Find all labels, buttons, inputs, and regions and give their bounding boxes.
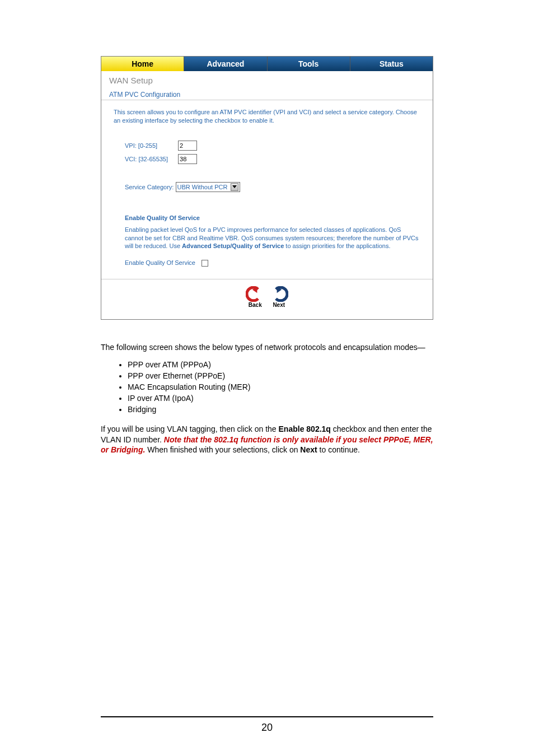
protocol-list: PPP over ATM (PPPoA) PPP over Ethernet (… bbox=[128, 360, 433, 414]
tab-status[interactable]: Status bbox=[350, 57, 433, 71]
page-footer: 20 bbox=[101, 716, 433, 734]
intro-paragraph: The following screen shows the below typ… bbox=[101, 342, 433, 353]
qos-enable-checkbox[interactable] bbox=[202, 260, 208, 267]
service-category-label: Service Category: bbox=[125, 184, 174, 190]
section-title: WAN Setup bbox=[101, 71, 433, 88]
vci-label: VCI: [32-65535] bbox=[125, 156, 176, 162]
arrow-left-icon bbox=[246, 286, 265, 302]
vpi-label: VPI: [0-255] bbox=[125, 142, 176, 149]
service-category-row: Service Category: UBR Without PCR bbox=[125, 182, 420, 192]
vci-row: VCI: [32-65535] bbox=[125, 154, 420, 164]
tab-tools[interactable]: Tools bbox=[268, 57, 350, 71]
back-label: Back bbox=[249, 302, 262, 308]
document-body: The following screen shows the below typ… bbox=[101, 342, 433, 455]
qos-heading: Enable Quality Of Service bbox=[125, 214, 420, 221]
back-button[interactable]: Back bbox=[246, 286, 265, 308]
next-label: Next bbox=[273, 302, 285, 308]
list-item: PPP over ATM (PPPoA) bbox=[128, 360, 433, 370]
main-tabs: Home Advanced Tools Status bbox=[101, 57, 433, 71]
page-number: 20 bbox=[261, 722, 273, 733]
screen-description: This screen allows you to configure an A… bbox=[114, 108, 420, 125]
vpi-input[interactable] bbox=[178, 141, 197, 151]
vlan-paragraph: If you will be using VLAN tagging, then … bbox=[101, 424, 433, 456]
service-category-select[interactable]: UBR Without PCR bbox=[176, 182, 240, 192]
list-item: MAC Encapsulation Routing (MER) bbox=[128, 382, 433, 393]
tab-advanced[interactable]: Advanced bbox=[184, 57, 267, 71]
service-category-value: UBR Without PCR bbox=[177, 184, 228, 190]
qos-description: Enabling packet level QoS for a PVC impr… bbox=[125, 226, 420, 251]
svg-marker-0 bbox=[232, 185, 237, 188]
list-item: Bridging bbox=[128, 404, 433, 415]
list-item: IP over ATM (IpoA) bbox=[128, 393, 433, 404]
vpi-row: VPI: [0-255] bbox=[125, 141, 420, 151]
list-item: PPP over Ethernet (PPPoE) bbox=[128, 371, 433, 381]
arrow-right-icon bbox=[269, 286, 288, 302]
subsection-title: ATM PVC Configuration bbox=[101, 88, 433, 100]
vci-input[interactable] bbox=[178, 154, 197, 164]
nav-buttons: Back Next bbox=[101, 279, 433, 319]
qos-enable-label: Enable Quality Of Service bbox=[125, 259, 195, 266]
qos-enable-row: Enable Quality Of Service bbox=[125, 259, 420, 267]
router-config-panel: Home Advanced Tools Status WAN Setup ATM… bbox=[101, 56, 433, 320]
tab-home[interactable]: Home bbox=[101, 57, 184, 71]
chevron-down-icon bbox=[231, 183, 238, 191]
next-button[interactable]: Next bbox=[269, 286, 288, 308]
